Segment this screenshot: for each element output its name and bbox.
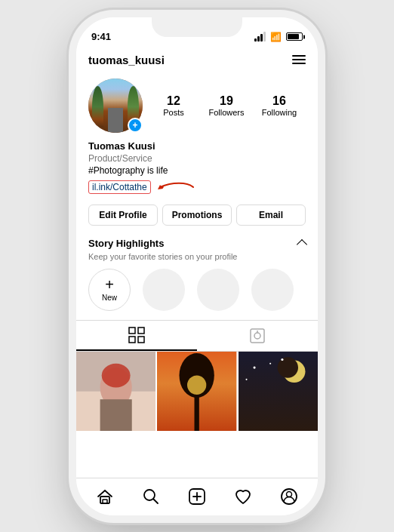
hamburger-line-1 xyxy=(292,55,306,57)
nav-profile-button[interactable] xyxy=(274,481,304,512)
edit-profile-button[interactable]: Edit Profile xyxy=(88,204,158,226)
highlights-subtitle: Keep your favorite stories on your profi… xyxy=(88,252,306,261)
nav-home-button[interactable] xyxy=(90,481,120,512)
highlights-title: Story Highlights xyxy=(88,238,164,249)
stat-following[interactable]: 16 Following xyxy=(260,94,298,117)
following-label: Following xyxy=(262,108,297,117)
add-icon xyxy=(188,487,206,506)
avatar-wrapper: + xyxy=(88,78,143,133)
svg-point-21 xyxy=(269,362,271,364)
svg-point-20 xyxy=(253,366,255,368)
phone-notch xyxy=(152,17,242,37)
hamburger-line-2 xyxy=(292,59,306,60)
hamburger-line-3 xyxy=(292,63,306,64)
highlights-circles: + New xyxy=(88,269,306,311)
stats-row: 12 Posts 19 Followers 16 Following xyxy=(155,94,298,117)
story-highlights: Story Highlights Keep your favorite stor… xyxy=(76,235,318,321)
following-count: 16 xyxy=(272,94,286,108)
add-story-button[interactable]: + xyxy=(128,118,143,133)
phone-wrapper: 9:41 📶 tuomas_kuusi xyxy=(0,0,394,532)
nav-likes-button[interactable] xyxy=(228,481,258,512)
grid-photo-1 xyxy=(76,352,155,431)
grid-cell-1[interactable] xyxy=(76,352,155,431)
svg-point-19 xyxy=(277,357,297,377)
nav-add-button[interactable] xyxy=(182,481,212,512)
profile-link[interactable]: il.ink/Cottathe xyxy=(88,180,151,194)
stat-followers[interactable]: 19 Followers xyxy=(208,94,245,117)
posts-label: Posts xyxy=(163,108,184,117)
highlight-circle-3[interactable] xyxy=(251,269,294,311)
highlight-circle-2[interactable] xyxy=(197,269,239,311)
grid-icon xyxy=(128,327,145,343)
svg-point-23 xyxy=(281,358,283,360)
profile-name: Tuomas Kuusi xyxy=(88,140,306,152)
grid-photo-2 xyxy=(157,352,236,431)
profile-bio: #Photography is life xyxy=(88,165,306,176)
svg-rect-2 xyxy=(138,328,144,334)
battery-icon xyxy=(286,32,303,41)
svg-point-32 xyxy=(286,492,291,497)
followers-count: 19 xyxy=(220,94,233,108)
highlights-header: Story Highlights xyxy=(88,238,306,249)
add-highlight-button[interactable]: + New xyxy=(88,269,131,311)
action-buttons: Edit Profile Promotions Email xyxy=(76,204,318,235)
heart-icon xyxy=(234,487,252,506)
highlights-collapse-icon[interactable] xyxy=(297,239,307,250)
tab-tagged[interactable] xyxy=(197,321,318,351)
svg-point-6 xyxy=(254,333,260,339)
status-time: 9:41 xyxy=(91,31,111,42)
svg-rect-4 xyxy=(138,337,144,343)
followers-label: Followers xyxy=(208,108,244,117)
add-highlight-label: New xyxy=(102,294,117,302)
profile-icon xyxy=(280,487,298,506)
search-icon xyxy=(142,487,160,506)
svg-point-16 xyxy=(187,375,206,394)
photo-grid xyxy=(76,352,318,431)
wifi-icon: 📶 xyxy=(270,32,282,42)
grid-photo-3 xyxy=(239,352,318,431)
phone-frame: 9:41 📶 tuomas_kuusi xyxy=(76,17,318,515)
add-highlight-icon: + xyxy=(105,277,114,292)
grid-cell-2[interactable] xyxy=(157,352,236,431)
email-button[interactable]: Email xyxy=(236,204,306,226)
stat-posts[interactable]: 12 Posts xyxy=(155,94,192,117)
hamburger-menu-button[interactable] xyxy=(292,55,306,64)
status-icons: 📶 xyxy=(254,32,303,42)
svg-point-12 xyxy=(102,363,131,387)
screen: tuomas_kuusi xyxy=(76,51,318,478)
svg-rect-3 xyxy=(129,337,135,343)
profile-link-row: il.ink/Cottathe xyxy=(88,179,306,195)
tab-bar xyxy=(76,321,318,352)
svg-rect-1 xyxy=(129,328,135,334)
posts-count: 12 xyxy=(167,94,180,108)
profile-section: + 12 Posts 19 Followers 16 xyxy=(76,72,318,204)
tagged-icon xyxy=(249,328,266,344)
svg-line-27 xyxy=(154,500,159,504)
profile-link-wrapper: il.ink/Cottathe xyxy=(88,180,151,194)
grid-cell-3[interactable] xyxy=(239,352,318,431)
highlight-circle-1[interactable] xyxy=(143,269,185,311)
svg-rect-25 xyxy=(103,500,107,503)
svg-rect-11 xyxy=(100,399,132,431)
profile-category: Product/Service xyxy=(88,153,306,164)
signal-icon xyxy=(254,32,266,42)
bottom-nav xyxy=(76,478,318,515)
annotation-arrow xyxy=(157,179,195,195)
promotions-button[interactable]: Promotions xyxy=(162,204,232,226)
svg-point-22 xyxy=(245,378,247,380)
header-username: tuomas_kuusi xyxy=(88,54,165,66)
profile-top: + 12 Posts 19 Followers 16 xyxy=(88,78,306,133)
home-icon xyxy=(96,487,114,506)
tab-grid[interactable] xyxy=(76,321,197,351)
nav-search-button[interactable] xyxy=(136,481,166,512)
ig-header: tuomas_kuusi xyxy=(76,51,318,72)
